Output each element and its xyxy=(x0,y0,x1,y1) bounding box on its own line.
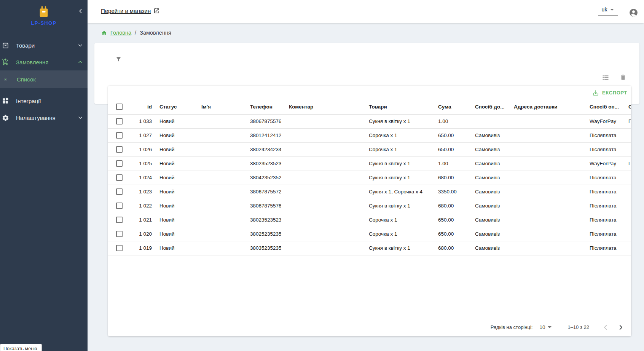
column-header-name[interactable]: Ім'я xyxy=(194,100,242,114)
cell-payment: Післяплата xyxy=(582,213,622,227)
row-checkbox[interactable] xyxy=(116,132,123,139)
cell-payment: Післяплата xyxy=(582,227,622,241)
cell-address xyxy=(506,185,582,199)
export-button[interactable]: ЕКСПОРТ xyxy=(108,86,631,100)
row-checkbox-cell xyxy=(108,185,130,199)
orders-admin-page: { "sidebar": { "logo": { "text": "LP-SHO… xyxy=(0,0,644,351)
cell-id: 1 026 xyxy=(130,142,152,156)
sidebar-collapse-button[interactable] xyxy=(76,6,85,16)
cell-paystatus xyxy=(622,142,631,156)
table-row[interactable]: 1 033 Новий 380678755765 Сукня в квітку … xyxy=(108,114,631,128)
table-row[interactable]: 1 026 Новий 380242342342 Сорочка x 1 650… xyxy=(108,142,631,156)
breadcrumb-home-link[interactable]: Головна xyxy=(110,30,131,36)
column-header-delivery[interactable]: Спосіб до... xyxy=(467,100,506,114)
cell-paystatus xyxy=(622,199,631,213)
select-all-cell xyxy=(108,100,130,114)
sidebar-item-orders-list[interactable]: Список xyxy=(0,70,88,88)
go-to-store-link[interactable]: Перейти в магазин xyxy=(101,8,160,14)
cell-sum: 650.00 xyxy=(430,142,467,156)
table-row[interactable]: 1 027 Новий 380124124124 Сорочка x 1 650… xyxy=(108,128,631,142)
row-checkbox-cell xyxy=(108,171,130,185)
logo[interactable]: LP-SHOP xyxy=(0,0,88,26)
table-row[interactable]: 1 024 Новий 380423523523 Сукня в квітку … xyxy=(108,171,631,185)
language-select[interactable]: uk xyxy=(598,6,618,16)
rows-per-page-label: Рядків на сторінці: xyxy=(491,324,533,330)
cell-comment xyxy=(281,213,361,227)
cell-address xyxy=(506,227,582,241)
cell-delivery: Самовивіз xyxy=(467,213,506,227)
table-row[interactable]: 1 022 Новий 380678755765 Сукня в квітку … xyxy=(108,199,631,213)
list-view-icon[interactable] xyxy=(602,74,609,83)
column-header-id[interactable]: id xyxy=(130,100,152,114)
cell-id: 1 021 xyxy=(130,213,152,227)
filter-funnel-icon[interactable] xyxy=(115,56,122,65)
cell-delivery: Самовивіз xyxy=(467,128,506,142)
column-header-products[interactable]: Товари xyxy=(361,100,430,114)
sidebar-item-products[interactable]: Товари xyxy=(0,37,88,54)
cell-paystatus xyxy=(622,185,631,199)
table-row[interactable]: 1 019 Новий 380352352353 Сукня в квітку … xyxy=(108,241,631,255)
row-checkbox[interactable] xyxy=(116,118,123,124)
next-page-button[interactable] xyxy=(617,324,624,331)
row-checkbox[interactable] xyxy=(116,231,123,237)
column-header-comment[interactable]: Коментар xyxy=(281,100,361,114)
show-menu-tooltip-text: Показать меню xyxy=(3,346,37,351)
cell-sum: 1.00 xyxy=(430,114,467,128)
cell-delivery xyxy=(467,114,506,128)
cell-status: Новий xyxy=(152,213,194,227)
column-header-paystatus[interactable]: Ст xyxy=(622,100,631,114)
cell-name xyxy=(194,128,242,142)
sidebar-nav: Товари Замовлення xyxy=(0,37,88,126)
table-body: 1 033 Новий 380678755765 Сукня в квітку … xyxy=(108,114,631,255)
cell-paystatus: Пе xyxy=(622,114,631,128)
sidebar-item-integrations[interactable]: Інтеграції xyxy=(0,93,88,109)
row-checkbox-cell xyxy=(108,156,130,171)
column-header-status[interactable]: Статус xyxy=(152,100,194,114)
column-header-sum[interactable]: Сума xyxy=(430,100,467,114)
cell-products: Сукня в квітку x 1 xyxy=(361,171,430,185)
select-all-checkbox[interactable] xyxy=(116,104,123,110)
cell-address xyxy=(506,213,582,227)
column-header-payment[interactable]: Спосіб оп... xyxy=(582,100,622,114)
row-checkbox[interactable] xyxy=(116,245,123,251)
table-row[interactable]: 1 021 Новий 380235235235 Сорочка x 1 650… xyxy=(108,213,631,227)
cell-comment xyxy=(281,114,361,128)
cell-name xyxy=(194,241,242,255)
cell-products: Сукня в квітку x 1 xyxy=(361,156,430,171)
cell-name xyxy=(194,227,242,241)
cell-products: Сорочка x 1 xyxy=(361,213,430,227)
cell-phone: 380235235235 xyxy=(242,213,281,227)
cell-paystatus xyxy=(622,241,631,255)
row-checkbox[interactable] xyxy=(116,203,123,209)
row-checkbox[interactable] xyxy=(116,160,123,167)
chevron-down-icon xyxy=(78,43,83,48)
cell-comment xyxy=(281,142,361,156)
cell-comment xyxy=(281,128,361,142)
cell-id: 1 019 xyxy=(130,241,152,255)
row-checkbox[interactable] xyxy=(116,217,123,223)
row-checkbox[interactable] xyxy=(116,188,123,195)
row-checkbox[interactable] xyxy=(116,146,123,153)
table-row[interactable]: 1 023 Новий 380678755722 Сукня x 1, Соро… xyxy=(108,185,631,199)
shopping-bag-logo-icon xyxy=(38,6,49,17)
cell-phone: 380352352353 xyxy=(242,241,281,255)
column-header-phone[interactable]: Телефон xyxy=(242,100,281,114)
cell-id: 1 020 xyxy=(130,227,152,241)
row-checkbox-cell xyxy=(108,227,130,241)
cell-address xyxy=(506,142,582,156)
cell-delivery: Самовивіз xyxy=(467,171,506,185)
sidebar-item-settings[interactable]: Налаштування xyxy=(0,109,88,126)
home-icon xyxy=(101,30,107,36)
sidebar-item-orders[interactable]: Замовлення xyxy=(0,54,88,70)
table-row[interactable]: 1 020 Новий 380252352352 Сорочка x 1 650… xyxy=(108,227,631,241)
cell-delivery: Самовивіз xyxy=(467,227,506,241)
previous-page-button[interactable] xyxy=(602,324,609,331)
table-row[interactable]: 1 025 Новий 380235235235 Сукня в квітку … xyxy=(108,156,631,171)
user-avatar[interactable] xyxy=(629,8,638,18)
cell-status: Новий xyxy=(152,114,194,128)
column-header-address[interactable]: Адреса доставки xyxy=(506,100,582,114)
trash-icon[interactable] xyxy=(620,73,626,83)
gear-icon xyxy=(2,114,9,121)
rows-per-page-select[interactable]: 10 xyxy=(539,324,552,330)
row-checkbox[interactable] xyxy=(116,174,123,181)
